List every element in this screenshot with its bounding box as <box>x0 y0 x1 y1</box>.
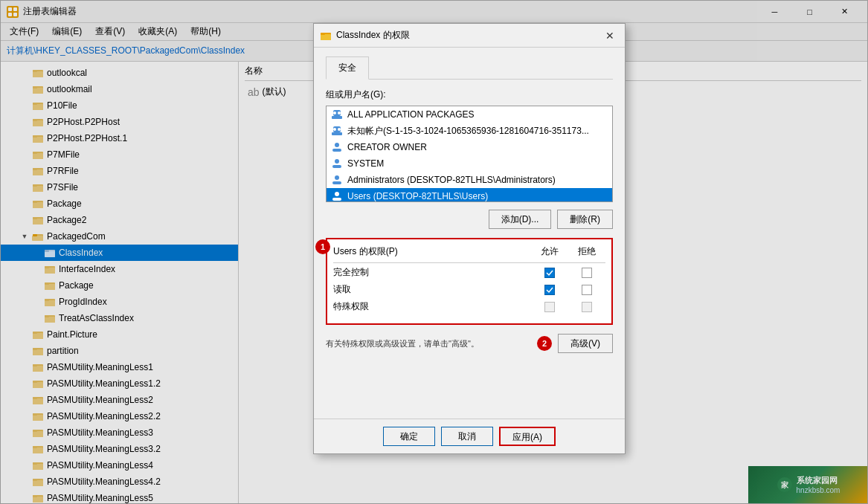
user-name: ALL APPLICATION PACKAGES <box>347 109 475 120</box>
svg-point-106 <box>335 175 339 180</box>
permissions-label: Users 的权限(P) <box>333 246 398 256</box>
user-icon <box>331 141 343 153</box>
cancel-button[interactable]: 取消 <box>441 427 493 446</box>
remove-user-button[interactable]: 删除(R) <box>557 210 613 229</box>
perm-name-label: 特殊权限 <box>333 301 369 311</box>
perm-deny-checkbox-read[interactable] <box>568 285 605 295</box>
user-item-administrators[interactable]: Administrators (DESKTOP-82TLHLS\Administ… <box>327 172 612 188</box>
user-action-buttons: 添加(D)... 删除(R) <box>326 210 613 229</box>
svg-rect-95 <box>332 116 342 119</box>
perm-special: 特殊权限 <box>333 300 605 313</box>
dialog-content: 安全 组或用户名(G): <box>314 48 625 419</box>
perm-allow-checkbox-full[interactable] <box>531 268 568 278</box>
dialog-overlay: ClassIndex 的权限 ✕ 安全 组或用户名(G): <box>1 1 867 503</box>
dialog-footer: 确定 取消 应用(A) <box>314 419 625 453</box>
group-icon <box>331 125 343 137</box>
svg-rect-99 <box>332 132 342 135</box>
folder-title-icon <box>320 30 332 42</box>
user-item-unknown[interactable]: 未知帐户(S-1-15-3-1024-1065365936-1281604716… <box>327 123 612 139</box>
perm-full-control: 完全控制 <box>333 266 605 279</box>
user-item-all-app-packages[interactable]: ALL APPLICATION PACKAGES <box>327 106 612 123</box>
svg-rect-92 <box>321 34 331 40</box>
users-list-box[interactable]: ALL APPLICATION PACKAGES 未知帐户(S-1-15-3-1… <box>326 106 613 202</box>
advanced-button[interactable]: 高级(V) <box>558 334 613 353</box>
user-name: Users (DESKTOP-82TLHLS\Users) <box>347 191 488 201</box>
user-name: 未知帐户(S-1-15-3-1024-1065365936-1281604716… <box>347 125 589 138</box>
dialog-title-bar: ClassIndex 的权限 ✕ <box>314 24 625 48</box>
dialog-title: ClassIndex 的权限 <box>336 29 410 42</box>
user-item-users[interactable]: Users (DESKTOP-82TLHLS\Users) <box>327 188 612 202</box>
tab-bar: 安全 <box>326 56 613 80</box>
user-name: Administrators (DESKTOP-82TLHLS\Administ… <box>347 175 556 185</box>
annotation-2: 2 <box>537 336 552 351</box>
checkbox-gray-icon <box>544 302 555 312</box>
permissions-wrapper: 1 Users 的权限(P) 允许 拒绝 <box>326 238 613 325</box>
svg-rect-93 <box>321 33 325 35</box>
checkbox-checked-icon <box>544 285 555 295</box>
permissions-section: Users 的权限(P) 允许 拒绝 完全控 <box>326 238 613 325</box>
checkbox-empty-icon <box>582 285 592 295</box>
svg-point-96 <box>333 112 336 114</box>
checkbox-checked-icon <box>544 268 555 278</box>
svg-rect-103 <box>332 149 341 152</box>
perm-name-label: 完全控制 <box>333 267 369 277</box>
perm-allow-checkbox-special[interactable] <box>531 302 568 312</box>
advanced-row: 有关特殊权限或高级设置，请单击"高级"。 2 高级(V) <box>326 334 613 353</box>
group-user-label: 组或用户名(G): <box>326 88 613 101</box>
user-item-system[interactable]: SYSTEM <box>327 155 612 172</box>
perm-deny-checkbox-full[interactable] <box>568 268 605 278</box>
add-user-button[interactable]: 添加(D)... <box>489 210 552 229</box>
svg-rect-107 <box>332 181 341 184</box>
user-name: SYSTEM <box>347 158 384 169</box>
dialog-close-button[interactable]: ✕ <box>601 27 619 45</box>
perm-read: 读取 <box>333 283 605 296</box>
user-item-creator-owner[interactable]: CREATOR OWNER <box>327 139 612 155</box>
advanced-hint-text: 有关特殊权限或高级设置，请单击"高级"。 <box>326 338 537 349</box>
svg-point-102 <box>335 143 339 147</box>
dialog-title-left: ClassIndex 的权限 <box>320 29 410 42</box>
svg-point-100 <box>333 128 336 131</box>
svg-point-97 <box>338 112 341 114</box>
checkbox-empty-icon <box>582 268 592 278</box>
group-icon <box>331 109 343 120</box>
svg-point-104 <box>335 159 339 164</box>
apply-button[interactable]: 应用(A) <box>499 427 556 446</box>
user-icon <box>331 158 343 169</box>
permissions-header: Users 的权限(P) 允许 拒绝 <box>333 245 605 258</box>
perm-name-label: 读取 <box>333 284 351 294</box>
user-name: CREATOR OWNER <box>347 142 427 152</box>
deny-label: 拒绝 <box>578 246 596 256</box>
perm-allow-checkbox-read[interactable] <box>531 285 568 295</box>
tab-security[interactable]: 安全 <box>326 56 369 80</box>
svg-rect-109 <box>332 198 341 201</box>
svg-rect-105 <box>332 165 341 168</box>
ok-button[interactable]: 确定 <box>383 427 435 446</box>
annotation-1: 1 <box>315 239 330 254</box>
checkbox-gray-icon <box>582 302 592 312</box>
perm-deny-checkbox-special[interactable] <box>568 302 605 312</box>
allow-label: 允许 <box>541 246 559 256</box>
svg-point-108 <box>335 192 339 196</box>
main-window: 注册表编辑器 ─ □ ✕ 文件(F) 编辑(E) 查看(V) 收藏夹(A) 帮助… <box>0 0 868 504</box>
permissions-dialog: ClassIndex 的权限 ✕ 安全 组或用户名(G): <box>313 23 626 454</box>
svg-point-101 <box>338 128 341 131</box>
user-icon <box>331 174 343 186</box>
user-icon <box>331 190 343 202</box>
